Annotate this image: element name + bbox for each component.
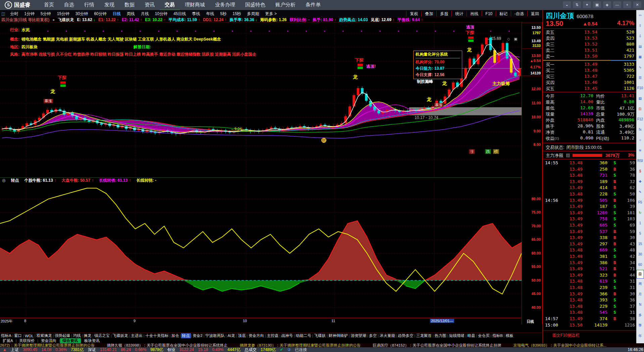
wave-icon[interactable]: ≋ — [637, 145, 644, 156]
indicator-tab-指标A[interactable]: 指标A — [0, 333, 12, 338]
indicator-tab-十全十美指标[interactable]: 十全十美指标 — [144, 333, 169, 338]
news-item[interactable]: 京瑞电气（839693）：关于全国中小企业股份转让系... — [514, 343, 607, 347]
f12-button[interactable]: F12 — [637, 114, 644, 124]
indicator-tab-资金2[interactable]: 资金2 — [192, 333, 203, 338]
indicator-tab-转点[interactable]: 转点 — [181, 333, 191, 338]
indicator-tab-擒龙[interactable]: 擒龙 — [83, 333, 93, 338]
menu-item-国盛特色[interactable]: 国盛特色 — [240, 0, 270, 10]
indicator-tab-强势起爆[interactable]: 强势起爆 — [54, 333, 71, 338]
menu-item-理财商城[interactable]: 理财商城 — [180, 0, 210, 10]
period-year-button[interactable]: 年 — [637, 331, 644, 341]
menu-item-数据[interactable]: 数据 — [119, 0, 140, 10]
period-tab-15秒[interactable]: 15秒 — [229, 11, 244, 17]
indicator-tab-双紫擒龙[interactable]: 双紫擒龙 — [36, 333, 53, 338]
main-candlestick-chart[interactable]: 行业:水泥概念:锂电池概念 氢能源 充电桩 新能源车 机器人概念 无人驾驶 区块… — [0, 22, 522, 178]
news-item[interactable]: 巨鼎医疗（874152）：关于公司股票在全国中小企业股份转让系统终止挂牌 — [373, 343, 501, 347]
indicator-tab-三龙聚首[interactable]: 三龙聚首 — [415, 333, 433, 338]
period-n-button[interactable]: N — [637, 299, 644, 310]
toolbtn-复权[interactable]: 复权 — [406, 11, 421, 17]
toolbtn-统计[interactable]: 统计 — [451, 11, 467, 17]
period-30-button[interactable]: 30 — [637, 249, 644, 259]
money-icon[interactable]: $ — [637, 166, 644, 176]
info-tab-资金流向[interactable]: 资金流向 — [38, 338, 59, 343]
refresh-icon[interactable]: ↻ — [637, 208, 644, 218]
period-tab-周线[interactable]: 周线 — [124, 11, 138, 17]
info-tab-综合资讯[interactable]: 综合资讯 — [60, 338, 81, 343]
menu-item-业务办理[interactable]: 业务办理 — [210, 0, 240, 10]
indicator-tab-趋势多空[interactable]: 趋势多空 — [397, 333, 415, 338]
indicator-tab-加仓[interactable]: 加仓 — [170, 333, 180, 338]
period-tab-日线[interactable]: 日线 — [110, 11, 124, 17]
period-month-button[interactable]: 月 — [637, 289, 644, 299]
indicator-tab-顶底[interactable]: 顶底 — [237, 333, 247, 338]
maximize-icon[interactable]: + — [623, 1, 631, 8]
menu-item-自选[interactable]: 自选 — [59, 0, 79, 10]
toolbtn-返回[interactable]: 返回 — [527, 11, 542, 17]
indicator-tab-模板[interactable]: 模板 — [504, 333, 514, 338]
trend-icon[interactable]: ∿ — [637, 62, 644, 72]
period-tab-15分钟[interactable]: 15分钟 — [54, 11, 72, 17]
indicator-tab-多空[interactable]: 多空 — [368, 333, 378, 338]
formula-icon[interactable]: fx — [637, 124, 644, 135]
period-tab-年线[interactable]: 年线 — [203, 11, 217, 17]
period-tab-10分钟[interactable]: 10分钟 — [152, 11, 170, 17]
move-icon[interactable]: ✚ — [637, 176, 644, 187]
indicator-tab-短线情绪[interactable]: 短线情绪 — [448, 333, 466, 338]
back-icon[interactable]: ⇦ — [637, 10, 644, 20]
toolbtn-画线[interactable]: 画线 — [467, 11, 482, 17]
indicator-tab-窗口[interactable]: 窗口 — [13, 333, 23, 338]
menu-item-交易[interactable]: 交易 — [160, 0, 180, 11]
watchlist-icon[interactable]: ▤ — [637, 41, 644, 52]
period-15-button[interactable]: 15 — [637, 239, 644, 249]
message-icon[interactable]: ◒ — [563, 1, 571, 8]
indicator-tab-全仓买[interactable]: 全仓买 — [477, 333, 491, 338]
draw-icon[interactable]: ✎ — [637, 187, 644, 197]
period-tab-1分钟[interactable]: 1分钟 — [21, 11, 38, 17]
f10-button[interactable]: F10 — [637, 83, 644, 93]
close-icon[interactable]: ✕ — [633, 1, 641, 8]
indicator-tab-游资望潮[interactable]: 游资望潮 — [350, 333, 367, 338]
period-tab-月线[interactable]: 月线 — [138, 11, 152, 17]
period-tab-分时[interactable]: 分时 — [7, 11, 21, 17]
indicator-tab-热力图[interactable]: 热力图 — [434, 333, 447, 338]
monitor-icon[interactable]: ▣ — [593, 1, 601, 8]
toolbtn-多股[interactable]: 多股 — [436, 11, 451, 17]
transfer-icon[interactable]: ⇅ — [573, 1, 581, 8]
theme-icon[interactable]: ◈ — [603, 1, 611, 8]
menu-item-条件单[interactable]: 条件单 — [301, 0, 326, 10]
period-day-button[interactable]: 日 — [636, 270, 644, 279]
period-tab-5分钟[interactable]: 5分钟 — [38, 11, 54, 17]
assistant-icon[interactable]: ✦ — [583, 1, 591, 8]
indicator-tab-动能二号[interactable]: 动能二号 — [295, 333, 312, 338]
period-tab-5秒[interactable]: 5秒 — [217, 11, 230, 17]
info-tab-扩展A[interactable]: 扩展A — [0, 338, 16, 343]
indicator-tab-镇店之宝[interactable]: 镇店之宝 — [93, 333, 111, 338]
menu-item-行情[interactable]: 行情 — [79, 0, 99, 10]
indicator-tab-AI龙[interactable]: AI龙 — [226, 333, 236, 338]
toolbtn--自选[interactable]: -自选 — [511, 11, 527, 17]
indicator-tab-冰火量能[interactable]: 冰火量能 — [379, 333, 396, 338]
indicator-tab-主控盘[interactable]: 主控盘 — [266, 333, 280, 338]
period-quarter-button[interactable]: 季 — [637, 320, 644, 331]
period-tab-30分钟[interactable]: 30分钟 — [72, 11, 91, 17]
menu-icon[interactable]: ☰ — [637, 72, 644, 83]
info-tab-板块资讯[interactable]: 板块资讯 — [82, 338, 102, 343]
page-up-icon[interactable]: ⇧ — [637, 20, 644, 31]
indicator-tab-宁波敢死队[interactable]: 宁波敢死队 — [204, 333, 226, 338]
indicator-tab-指标B[interactable]: 指标B — [491, 333, 504, 338]
indicator-tab-飞碟妖[interactable]: 飞碟妖 — [313, 333, 327, 338]
indicator-tab-飞碟妖龙[interactable]: 飞碟妖龙 — [112, 333, 129, 338]
period-tab-多周期[interactable]: 多周期 — [244, 11, 262, 17]
period-1-button[interactable]: 1 — [637, 218, 644, 228]
period-tab-更多 >[interactable]: 更多 > — [262, 11, 280, 17]
period-week-button[interactable]: 周 — [637, 279, 644, 289]
period-tab-60分钟[interactable]: 60分钟 — [91, 11, 109, 17]
menu-item-账户分析[interactable]: 账户分析 — [270, 0, 301, 10]
period-60-button[interactable]: 60 — [637, 259, 644, 270]
indicator-tab-资金方向[interactable]: 资金方向 — [248, 333, 265, 338]
toolbtn-F10[interactable]: F10 — [482, 11, 496, 16]
menu-item-首页[interactable]: 首页 — [39, 0, 59, 10]
oscillator-chart[interactable] — [0, 183, 522, 318]
f5-button[interactable]: F5 — [637, 197, 644, 208]
quote-grid-icon[interactable]: ▦ — [637, 52, 644, 62]
